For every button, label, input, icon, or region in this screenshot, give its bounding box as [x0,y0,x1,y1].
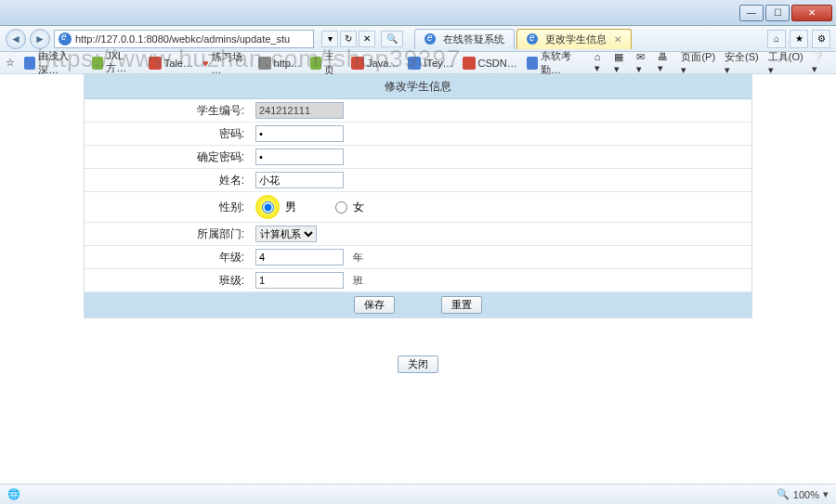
window-maximize-button[interactable]: ☐ [765,5,790,21]
window-close-button[interactable]: ✕ [791,5,832,21]
cmd-tools[interactable]: 工具(O) ▾ [768,50,805,75]
cmd-home[interactable]: ⌂ ▾ [594,51,607,74]
favicon [463,57,476,70]
ie-icon [59,32,72,45]
tab-favicon [425,33,436,45]
window-minimize-button[interactable]: — [739,5,764,21]
favicon [527,57,538,70]
bookmark-item[interactable]: CSDN… [463,57,517,70]
tab-label: 更改学生信息 [545,32,607,46]
tab-favicon [527,33,538,45]
tab-edit-student[interactable]: 更改学生信息 ✕ [516,29,632,49]
tab-close-icon[interactable]: ✕ [614,34,621,45]
watermark-text: https://www.huzhan.com/ishop39397 [37,45,461,73]
cmd-help[interactable]: ❔ ▾ [812,51,830,75]
cmd-print[interactable]: 🖶 ▾ [658,51,673,74]
cmd-mail[interactable]: ✉ ▾ [636,51,650,75]
favicon [24,57,35,70]
favorites-star-icon[interactable]: ☆ [6,57,15,69]
cmd-page[interactable]: 页面(P) ▾ [681,50,717,75]
home-icon[interactable]: ⌂ [767,30,786,48]
favorites-icon[interactable]: ★ [790,30,808,48]
tools-icon[interactable]: ⚙ [812,30,830,48]
window-titlebar: — ☐ ✕ [0,0,836,26]
url-text: http://127.0.0.1:8080/webkc/admins/updat… [75,33,290,45]
nav-back-button[interactable]: ◄ [6,29,26,49]
cmd-rss[interactable]: ▦ ▾ [614,51,629,75]
bookmark-item[interactable]: 东软考勤… [527,49,585,75]
cmd-safety[interactable]: 安全(S) ▾ [725,50,761,75]
